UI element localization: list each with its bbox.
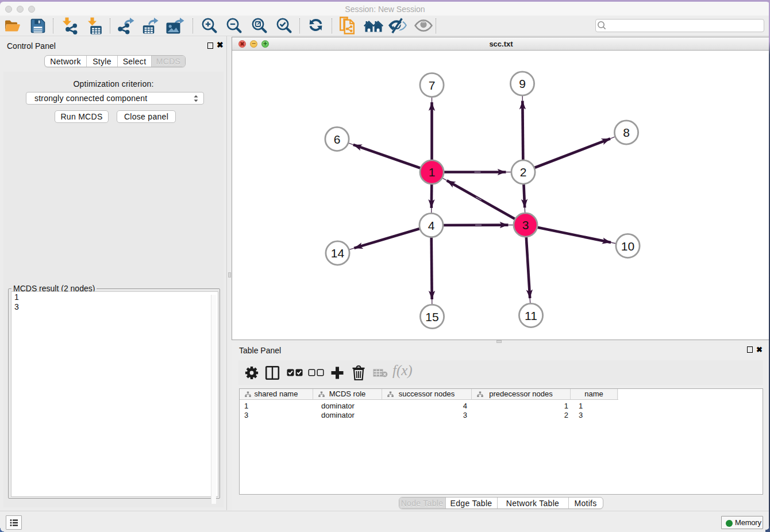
svg-text:11: 11	[525, 309, 537, 322]
svg-text:4: 4	[428, 219, 435, 232]
svg-text:14: 14	[331, 246, 345, 260]
svg-text:3: 3	[522, 218, 529, 232]
svg-text:15: 15	[425, 310, 438, 323]
svg-text:8: 8	[623, 126, 630, 139]
svg-text:9: 9	[519, 77, 526, 90]
svg-text:7: 7	[429, 79, 436, 92]
svg-text:6: 6	[334, 133, 341, 146]
svg-text:2: 2	[520, 165, 527, 179]
svg-text:10: 10	[621, 240, 634, 253]
svg-text:1: 1	[429, 165, 436, 179]
